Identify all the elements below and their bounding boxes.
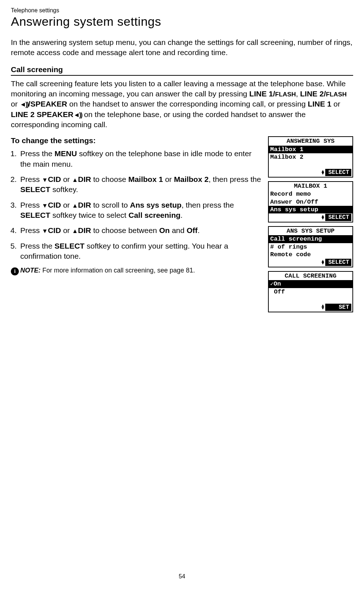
steps-heading: To change the settings: [11,136,262,145]
lcd-item-selected: On [269,280,352,288]
key-select: SELECT [20,211,50,219]
lcd-item-selected: Ans sys setup [269,206,352,213]
key-select: SELECT [20,185,50,194]
info-icon: i [11,267,19,275]
softkey-select: SELECT [325,259,351,266]
step-5: Press the SELECT softkey to confirm your… [19,241,262,262]
text: , then press the [181,201,234,209]
up-arrow-icon [72,201,78,209]
lcd-item-text: On [273,280,281,287]
lcd-item: # of rings [269,243,352,251]
up-arrow-icon [72,175,78,183]
key-dir: DIR [78,175,91,183]
key-cid: CID [48,226,61,234]
key-menu: MENU [55,149,77,158]
lcd-screen-call-screening: CALL SCREENING On Off ▲▼ SET [268,271,353,312]
down-arrow-icon [42,226,48,234]
text: to scroll to [91,201,130,209]
key-select: SELECT [55,242,85,250]
lcd-footer: ▲▼ SELECT [269,168,352,177]
key-line2b: LINE 2 SPEAKER [11,110,74,118]
note-body: For more information on call screening, … [41,267,195,274]
check-icon [270,280,273,287]
up-arrow-icon [72,226,78,234]
lcd-item-selected: Call screening [269,235,352,243]
text: softkey. [50,185,78,194]
step-4: Press CID or DIR to choose between On an… [19,225,262,236]
steps-list: Press the MENU softkey on the telephone … [11,149,262,261]
key-speaker: /SPEAKER [28,100,67,108]
text: , [296,90,300,98]
lcd-footer: ▲▼ SELECT [269,213,352,222]
option-ans-sys: Ans sys setup [130,201,181,209]
section-body: The call screening feature lets you list… [11,79,353,130]
lcd-title: MAILBOX 1 [269,182,352,190]
lcd-blank [269,161,352,168]
key-cid: CID [48,201,61,209]
text: or [61,226,72,234]
speaker-icon [20,100,29,108]
text: . [198,226,200,234]
text: on the handset to answer the correspondi… [69,100,307,108]
scroll-arrows-icon: ▲▼ [322,260,324,265]
step-1: Press the MENU softkey on the telephone … [19,149,262,169]
option-call-screening: Call screening [129,211,181,219]
softkey-select: SELECT [325,169,351,176]
key-line2: LINE 2/ [300,90,326,98]
note: i NOTE: For more information on call scr… [11,267,262,275]
text: or [11,100,20,108]
scroll-arrows-icon: ▲▼ [322,215,324,220]
lcd-title: ANS SYS SETUP [269,227,352,235]
option-off: Off [187,226,197,234]
lcd-screen-answering-sys: ANSWERING SYS Mailbox 1 Mailbox 2 ▲▼ SEL… [268,136,353,178]
lcd-screen-mailbox1: MAILBOX 1 Record memo Answer On/Off Ans … [268,181,353,222]
lcd-footer: ▲▼ SELECT [269,258,352,267]
page-number: 54 [11,573,353,580]
softkey-select: SELECT [325,214,351,221]
text: or [163,175,174,183]
lcd-item: Remote code [269,251,352,258]
note-label: NOTE: [20,267,41,274]
step-3: Press CID or DIR to scroll to Ans sys se… [19,200,262,221]
lcd-item: Mailbox 2 [269,153,352,161]
key-dir: DIR [78,226,91,234]
text: . [180,211,183,219]
text: or [61,201,72,209]
breadcrumb: Telephone settings [11,7,353,14]
text: and [170,226,187,234]
key-dir: DIR [78,201,91,209]
note-text: NOTE: For more information on call scree… [20,267,195,274]
text: Press the [20,242,55,250]
page-title: Answering system settings [11,14,353,29]
text: Press the [20,149,55,158]
text: Press [20,226,42,234]
lcd-footer: ▲▼ SET [269,303,352,312]
text: to choose [91,175,128,183]
down-arrow-icon [42,201,48,209]
lcd-item: Off [269,288,352,296]
key-cid: CID [48,175,61,183]
option-mailbox2: Mailbox 2 [174,175,209,183]
key-line1: LINE 1/ [249,90,275,98]
lcd-blank [269,296,352,303]
text: or [61,175,72,183]
softkey-set: SET [325,304,351,311]
lcd-title: ANSWERING SYS [269,137,352,145]
lcd-item: Record memo [269,190,352,198]
key-flash1: FLASH [275,91,296,98]
text: Press [20,201,42,209]
key-flash2: FLASH [326,91,347,98]
key-line1b: LINE 1 [308,100,331,108]
lcd-item: Answer On/Off [269,198,352,206]
text: or [334,100,340,108]
text: , then press the [209,175,261,183]
text: Press [20,175,42,183]
text: softkey twice to select [50,211,129,219]
lcd-item-selected: Mailbox 1 [269,146,352,153]
option-on: On [159,226,170,234]
intro-paragraph: In the answering system setup menu, you … [11,37,353,58]
lcd-screen-ans-sys-setup: ANS SYS SETUP Call screening # of rings … [268,226,353,267]
step-2: Press CID or DIR to choose Mailbox 1 or … [19,174,262,195]
speaker-icon [74,110,82,118]
text: to choose between [91,226,159,234]
